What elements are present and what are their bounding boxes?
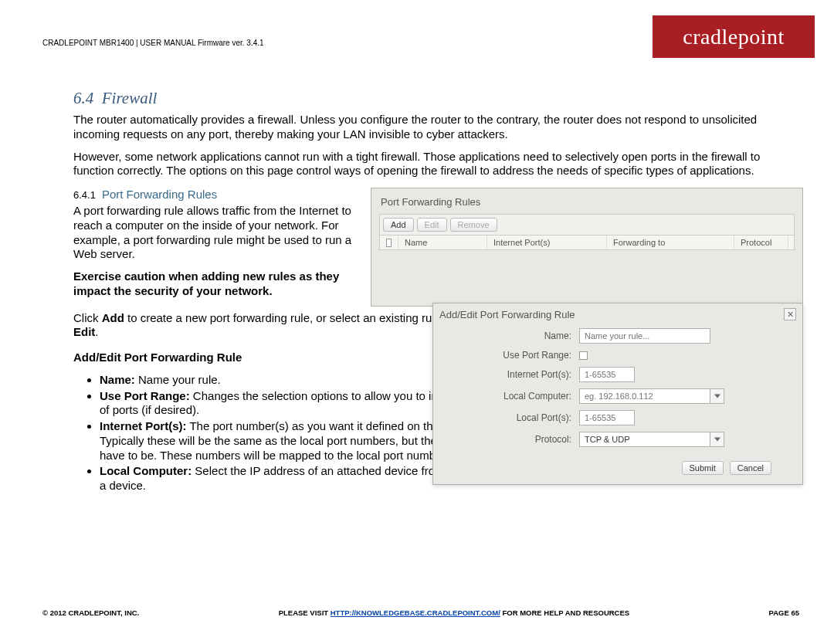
local-computer-field[interactable]	[579, 388, 710, 404]
add-button[interactable]: Add	[383, 218, 414, 232]
header-line: CRADLEPOINT MBR1400 | USER MANUAL Firmwa…	[42, 39, 264, 47]
section-para-2: However, some network applications canno…	[73, 150, 803, 179]
page-footer: © 2012 CRADLEPOINT, INC. PLEASE VISIT HT…	[42, 608, 799, 617]
b2-label: Use Port Range:	[100, 389, 190, 402]
dialog-title: Add/Edit Port Forwarding Rule	[439, 309, 575, 320]
internet-ports-field[interactable]	[579, 367, 635, 382]
p2-a: Click	[73, 311, 102, 324]
section-number: 6.4	[73, 89, 93, 107]
b3-label: Internet Port(s):	[100, 419, 187, 432]
label-internet-ports: Internet Port(s):	[444, 369, 579, 380]
label-name: Name:	[444, 330, 579, 341]
local-ports-field[interactable]	[579, 410, 635, 425]
subsection-p1: A port forwarding rule allows traffic fr…	[73, 204, 357, 262]
label-use-port-range: Use Port Range:	[444, 350, 579, 361]
remove-button[interactable]: Remove	[450, 218, 497, 232]
close-icon[interactable]: ✕	[784, 308, 796, 320]
b4-label: Local Computer:	[100, 464, 192, 477]
b1-label: Name:	[100, 373, 135, 386]
subsection-heading: 6.4.1Port Forwarding Rules	[73, 188, 357, 201]
cancel-button[interactable]: Cancel	[730, 461, 771, 475]
footer-link[interactable]: HTTP://KNOWLEDGEBASE.CRADLEPOINT.COM/	[331, 608, 500, 617]
p2-add: Add	[102, 311, 124, 324]
port-forwarding-rules-panel: Port Forwarding Rules Add Edit Remove Na…	[371, 188, 803, 307]
local-computer-dropdown-icon[interactable]	[710, 388, 724, 404]
panel-title: Port Forwarding Rules	[379, 193, 795, 214]
label-local-ports: Local Port(s):	[444, 412, 579, 423]
footer-left: © 2012 CRADLEPOINT, INC.	[42, 608, 139, 617]
section-para-1: The router automatically provides a fire…	[73, 113, 803, 142]
label-local-computer: Local Computer:	[444, 391, 579, 402]
footer-center: PLEASE VISIT HTTP://KNOWLEDGEBASE.CRADLE…	[139, 608, 768, 617]
subsection-title: Port Forwarding Rules	[102, 188, 217, 201]
edit-button[interactable]: Edit	[417, 218, 447, 232]
p2-edit: Edit	[73, 325, 95, 338]
footer-right: PAGE 65	[769, 608, 799, 617]
footer-center-b: FOR MORE HELP AND RESOURCES	[500, 608, 629, 617]
label-protocol: Protocol:	[444, 434, 579, 445]
p2-e: .	[95, 325, 98, 338]
add-edit-dialog: Add/Edit Port Forwarding Rule ✕ Name: Us…	[432, 303, 803, 485]
col-name: Name	[398, 236, 487, 249]
brand-logo: cradlepoint	[653, 15, 815, 58]
submit-button[interactable]: Submit	[682, 461, 724, 475]
col-forwarding-to: Forwarding to	[607, 236, 734, 249]
section-heading: 6.4 Firewall	[73, 89, 803, 108]
col-internet-ports: Internet Port(s)	[487, 236, 607, 249]
name-field[interactable]	[579, 328, 710, 344]
grid-header: Name Internet Port(s) Forwarding to Prot…	[379, 235, 795, 250]
protocol-dropdown-icon[interactable]	[710, 432, 724, 447]
select-all-checkbox[interactable]	[386, 239, 392, 247]
footer-center-a: PLEASE VISIT	[279, 608, 331, 617]
b1-text: Name your rule.	[135, 373, 221, 386]
col-protocol: Protocol	[734, 236, 788, 249]
subsection-caution: Exercise caution when adding new rules a…	[73, 269, 357, 299]
panel-toolbar: Add Edit Remove	[379, 214, 795, 235]
section-title: Firewall	[102, 89, 158, 107]
use-port-range-checkbox[interactable]	[579, 351, 588, 360]
subsection-number: 6.4.1	[73, 189, 96, 201]
protocol-field[interactable]	[579, 432, 710, 447]
